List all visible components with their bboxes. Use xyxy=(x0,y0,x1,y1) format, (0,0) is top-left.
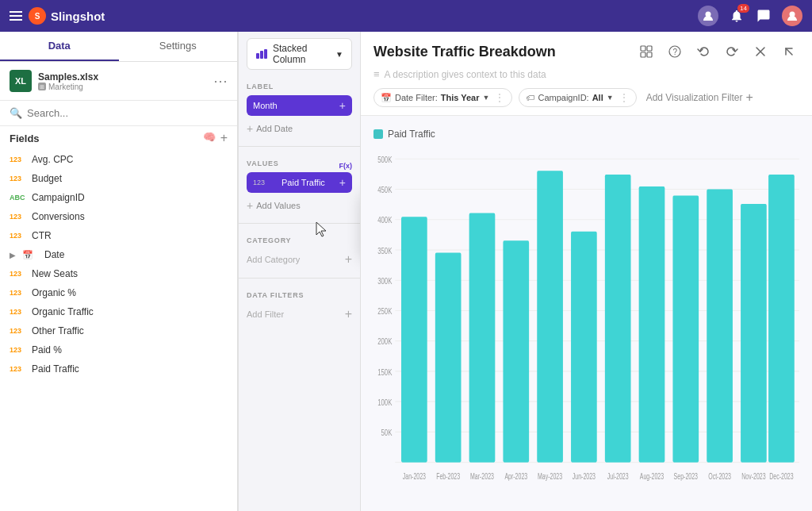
redo-button[interactable] xyxy=(722,41,742,62)
fields-label: Fields xyxy=(10,133,198,144)
svg-text:Apr-2023: Apr-2023 xyxy=(504,471,527,481)
field-item-paid-traffic[interactable]: 123 Paid Traffic xyxy=(0,359,237,378)
app-logo: S Slingshot xyxy=(29,7,105,25)
data-source-sub: ⊞ Marketing xyxy=(38,83,207,91)
search-bar: 🔍 xyxy=(0,101,237,126)
fields-brain-icon[interactable]: 🧠 xyxy=(203,131,216,145)
field-item-campaignid[interactable]: ABC CampaignID xyxy=(0,188,237,207)
field-item-organic-pct[interactable]: 123 Organic % xyxy=(0,283,237,302)
app-name: Slingshot xyxy=(51,10,105,23)
user-avatar[interactable] xyxy=(782,6,802,26)
svg-rect-5 xyxy=(260,51,263,59)
field-item-budget[interactable]: 123 Budget xyxy=(0,169,237,188)
bar-mar xyxy=(469,213,496,463)
left-panel: Data Settings XL Samples.xlsx ⊞ Marketin… xyxy=(0,32,238,511)
avatar-group[interactable] xyxy=(698,6,718,26)
svg-text:Jan-2023: Jan-2023 xyxy=(403,471,426,481)
field-item-avg-cpc[interactable]: 123 Avg. CPC xyxy=(0,150,237,169)
data-source-info: Samples.xlsx ⊞ Marketing xyxy=(38,71,207,91)
field-list: 123 Avg. CPC 123 Budget ABC CampaignID 1… xyxy=(0,150,237,511)
svg-text:Feb-2023: Feb-2023 xyxy=(436,471,460,481)
legend-label: Paid Traffic xyxy=(388,129,435,140)
mid-panel: Stacked Column ▼ LABEL Month + + Add Dat… xyxy=(238,32,361,511)
field-item-other-traffic[interactable]: 123 Other Traffic xyxy=(0,321,237,340)
chat-icon[interactable] xyxy=(755,7,772,25)
viz-selector[interactable]: Stacked Column ▼ xyxy=(247,38,352,70)
field-item-date[interactable]: ▶ 📅 Date xyxy=(0,245,237,264)
svg-text:50K: 50K xyxy=(381,428,393,438)
chart-area: Paid Traffic 500K 450K 400K 350K 300K 25… xyxy=(361,116,812,511)
data-source: XL Samples.xlsx ⊞ Marketing ⋯ xyxy=(0,62,237,101)
campaign-filter-chip[interactable]: 🏷 CampaignID: All ▼ ⋮ xyxy=(519,88,636,107)
fx-button[interactable]: F(x) xyxy=(339,162,353,170)
values-field-chip[interactable]: 123 Paid Traffic + xyxy=(247,172,352,193)
fields-add-icon[interactable]: + xyxy=(220,131,228,145)
chart-title-row: Website Traffic Breakdown ? xyxy=(373,41,799,62)
label-section: LABEL Month + + Add Date xyxy=(239,75,360,141)
data-source-name: Samples.xlsx xyxy=(38,71,207,83)
grid-view-button[interactable] xyxy=(636,41,657,62)
expand-button[interactable] xyxy=(779,41,799,62)
add-filter-button[interactable]: Add Filter + xyxy=(247,304,352,325)
tab-data[interactable]: Data xyxy=(0,32,119,61)
data-filters-title: DATA FILTERS xyxy=(247,291,352,299)
add-values-button[interactable]: + Add Values xyxy=(247,196,352,215)
search-input[interactable] xyxy=(27,107,228,119)
notification-count: 14 xyxy=(737,4,749,13)
bar-may xyxy=(537,171,563,462)
bar-jun xyxy=(571,232,597,463)
svg-text:Nov-2023: Nov-2023 xyxy=(741,471,765,481)
logo-icon: S xyxy=(29,7,46,25)
svg-text:?: ? xyxy=(673,48,678,56)
bar-apr xyxy=(503,240,529,462)
main-layout: Data Settings XL Samples.xlsx ⊞ Marketin… xyxy=(0,32,812,511)
help-button[interactable]: ? xyxy=(665,41,685,62)
svg-text:Jun-2023: Jun-2023 xyxy=(573,471,596,481)
data-source-more-button[interactable]: ⋯ xyxy=(213,72,228,90)
add-date-button[interactable]: + Add Date xyxy=(247,119,352,138)
add-category-button[interactable]: Add Category + xyxy=(247,249,352,270)
hamburger-menu[interactable] xyxy=(10,11,22,21)
stacked-column-icon xyxy=(255,47,268,62)
chart-title: Website Traffic Breakdown xyxy=(373,44,630,60)
bar-aug xyxy=(639,186,665,463)
description-placeholder[interactable]: A description gives context to this data xyxy=(385,69,546,80)
description-icon: ≡ xyxy=(373,68,380,80)
svg-text:400K: 400K xyxy=(377,215,392,225)
svg-rect-4 xyxy=(256,53,259,59)
date-filter-chip[interactable]: 📅 Date Filter: This Year ▼ ⋮ xyxy=(373,88,512,107)
search-icon: 🔍 xyxy=(10,107,22,119)
undo-button[interactable] xyxy=(693,41,714,62)
legend-color xyxy=(373,129,383,139)
topbar: S Slingshot 14 xyxy=(0,0,812,32)
bar-feb xyxy=(435,252,462,462)
bar-sep xyxy=(672,196,699,463)
field-item-paid-pct[interactable]: 123 Paid % xyxy=(0,340,237,359)
left-panel-tabs: Data Settings xyxy=(0,32,237,62)
viz-selector-chevron: ▼ xyxy=(335,50,343,59)
field-item-new-seats[interactable]: 123 New Seats xyxy=(0,264,237,283)
category-section-title: CATEGORY xyxy=(247,236,352,244)
right-panel: Website Traffic Breakdown ? xyxy=(361,32,812,511)
svg-rect-16 xyxy=(647,46,652,51)
section-divider-1 xyxy=(239,146,360,147)
label-field-chip[interactable]: Month + xyxy=(247,95,352,116)
field-item-conversions[interactable]: 123 Conversions xyxy=(0,207,237,226)
svg-text:May-2023: May-2023 xyxy=(538,471,562,481)
close-button[interactable] xyxy=(750,41,771,62)
notifications-bell[interactable]: 14 xyxy=(728,7,745,25)
chart-description: ≡ A description gives context to this da… xyxy=(373,68,799,80)
fields-header: Fields 🧠 + xyxy=(0,126,237,150)
field-item-organic-traffic[interactable]: 123 Organic Traffic xyxy=(0,302,237,321)
svg-text:Dec-2023: Dec-2023 xyxy=(769,471,793,481)
add-viz-filter-button[interactable]: Add Visualization Filter + xyxy=(646,90,753,105)
chart-header: Website Traffic Breakdown ? xyxy=(361,32,812,116)
chart-filters: 📅 Date Filter: This Year ▼ ⋮ 🏷 CampaignI… xyxy=(373,88,799,115)
svg-text:Aug-2023: Aug-2023 xyxy=(640,471,664,481)
values-section: VALUES F(x) 123 Paid Traffic + + Add Val… xyxy=(239,152,360,218)
tab-settings[interactable]: Settings xyxy=(119,32,238,61)
topbar-right: 14 xyxy=(698,6,802,26)
field-item-ctr[interactable]: 123 CTR xyxy=(0,226,237,245)
category-section: CATEGORY Add Category + xyxy=(239,229,360,273)
bar-nov xyxy=(741,204,767,463)
